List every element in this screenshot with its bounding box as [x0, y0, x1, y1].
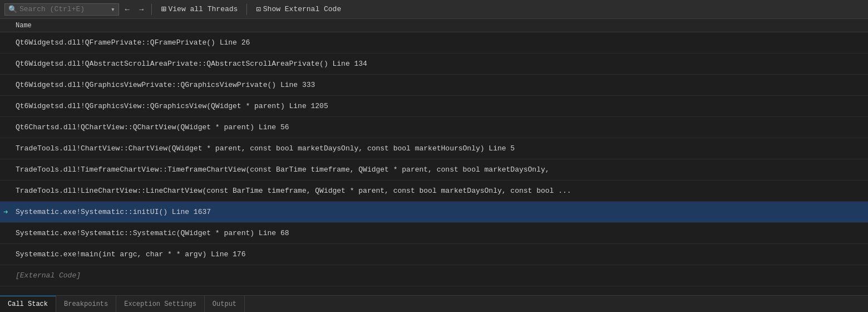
table-row[interactable]: Qt6Widgetsd.dll!QGraphicsView::QGraphics…: [0, 96, 868, 117]
show-external-code-button[interactable]: ⊡ Show External Code: [251, 2, 346, 17]
active-row-indicator: ➜: [3, 207, 8, 217]
toolbar: 🔍 ▾ ← → ⊞ View all Threads ⊡ Show Extern…: [0, 0, 868, 19]
row-text: TradeTools.dll!TimeframeChartView::Timef…: [16, 165, 550, 174]
forward-button[interactable]: →: [135, 3, 147, 16]
tab-breakpoints[interactable]: Breakpoints: [56, 296, 116, 312]
row-text: Qt6Widgetsd.dll!QGraphicsView::QGraphics…: [16, 102, 328, 110]
separator-2: [246, 4, 247, 15]
table-row[interactable]: ➜Systematic.exe!Systematic::initUI() Lin…: [0, 202, 868, 223]
tab-exception-settings[interactable]: Exception Settings: [116, 296, 205, 312]
table-row[interactable]: Qt6Widgetsd.dll!QGraphicsViewPrivate::QG…: [0, 75, 868, 96]
table-row[interactable]: [External Code]: [0, 265, 868, 286]
row-text: Qt6Widgetsd.dll!QFramePrivate::QFramePri…: [16, 38, 250, 47]
back-button[interactable]: ←: [121, 3, 133, 16]
view-all-threads-label: View all Threads: [169, 5, 238, 13]
dropdown-arrow-icon[interactable]: ▾: [111, 5, 115, 14]
separator-1: [151, 4, 152, 15]
row-text: Systematic.exe!main(int argc, char * * a…: [16, 250, 245, 259]
row-text: TradeTools.dll!LineChartView::LineChartV…: [16, 187, 571, 195]
table-row[interactable]: Systematic.exe!main(int argc, char * * a…: [0, 244, 868, 265]
search-icon: 🔍: [8, 5, 17, 14]
search-box[interactable]: 🔍 ▾: [4, 3, 119, 16]
row-text: Qt6Widgetsd.dll!QAbstractScrollAreaPriva…: [16, 60, 367, 68]
view-all-threads-button[interactable]: ⊞ View all Threads: [156, 2, 242, 17]
row-text: Systematic.exe!Systematic::initUI() Line…: [16, 208, 211, 216]
tab-output[interactable]: Output: [205, 296, 245, 312]
table-body[interactable]: Qt6Widgetsd.dll!QFramePrivate::QFramePri…: [0, 32, 868, 295]
threads-icon: ⊞: [161, 4, 166, 14]
row-text: [External Code]: [16, 271, 81, 280]
row-text: Qt6Widgetsd.dll!QGraphicsViewPrivate::QG…: [16, 81, 315, 89]
table-row[interactable]: TradeTools.dll!ChartView::ChartView(QWid…: [0, 138, 868, 159]
row-text: Qt6Chartsd.dll!QChartView::QChartView(QW…: [16, 123, 289, 131]
tab-call-stack[interactable]: Call Stack: [0, 296, 56, 312]
call-stack-table: Name Qt6Widgetsd.dll!QFramePrivate::QFra…: [0, 19, 868, 295]
table-row[interactable]: Qt6Chartsd.dll!QChartView::QChartView(QW…: [0, 117, 868, 138]
forward-icon: →: [137, 5, 145, 13]
table-row[interactable]: Systematic.exe!Systematic::Systematic(QW…: [0, 223, 868, 244]
row-text: Systematic.exe!Systematic::Systematic(QW…: [16, 229, 289, 237]
row-text: TradeTools.dll!ChartView::ChartView(QWid…: [16, 144, 515, 153]
bottom-tabs: Call StackBreakpointsException SettingsO…: [0, 295, 868, 312]
table-row[interactable]: TradeTools.dll!TimeframeChartView::Timef…: [0, 159, 868, 181]
column-name-header: Name: [16, 22, 32, 30]
table-row[interactable]: Qt6Widgetsd.dll!QAbstractScrollAreaPriva…: [0, 53, 868, 75]
external-code-icon: ⊡: [256, 4, 260, 14]
back-icon: ←: [124, 5, 131, 13]
table-row[interactable]: Qt6Widgetsd.dll!QFramePrivate::QFramePri…: [0, 32, 868, 53]
show-external-code-label: Show External Code: [263, 5, 341, 13]
search-input[interactable]: [19, 5, 108, 13]
table-header: Name: [0, 19, 868, 32]
table-row[interactable]: TradeTools.dll!LineChartView::LineChartV…: [0, 181, 868, 202]
